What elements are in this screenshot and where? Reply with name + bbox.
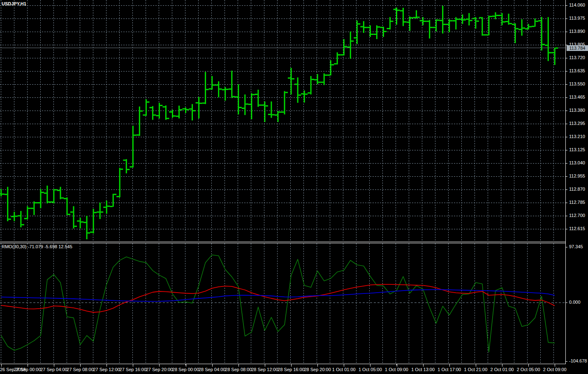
open-tick [77, 220, 80, 222]
current-price-tag: 113.784 [567, 45, 588, 51]
close-tick [94, 212, 97, 213]
open-tick [229, 88, 231, 90]
open-tick [222, 89, 225, 90]
price-axis[interactable]: 114.060113.975113.890113.805113.720113.6… [565, 0, 588, 364]
price-pane[interactable] [0, 0, 566, 242]
close-tick [28, 208, 31, 209]
ohlc-bar [198, 97, 199, 118]
open-tick [262, 104, 264, 106]
close-tick [279, 111, 282, 113]
close-tick [193, 110, 196, 111]
close-tick [265, 105, 268, 106]
ohlc-bar [508, 14, 509, 25]
close-tick [299, 95, 301, 96]
open-tick [321, 82, 324, 83]
ohlc-bar [376, 25, 377, 39]
indicator-values-label: RMO(30,30) -71.079 -5.698 12.545 [2, 244, 72, 249]
open-tick [116, 196, 119, 197]
close-tick [107, 205, 110, 207]
close-tick [239, 107, 242, 108]
price-axis-label: 113.380 [569, 108, 585, 113]
close-tick [358, 23, 361, 25]
close-tick [410, 17, 413, 18]
close-tick [305, 94, 308, 95]
price-axis-label: 113.720 [569, 55, 585, 60]
close-tick [430, 27, 433, 28]
open-tick [327, 74, 330, 76]
close-tick [470, 20, 472, 21]
price-axis-tick [566, 111, 567, 111]
close-tick [167, 118, 169, 119]
ohlc-bar [192, 104, 193, 120]
open-tick [24, 218, 27, 219]
close-tick [483, 34, 486, 35]
ohlc-bar [172, 110, 173, 118]
price-axis-tick [566, 84, 567, 85]
close-tick [8, 219, 11, 220]
close-tick [364, 27, 367, 28]
symbol-period-label: USDJPY,H1 [2, 1, 26, 6]
open-tick [440, 20, 442, 21]
ohlc-bar [429, 20, 430, 38]
ohlc-bar [264, 102, 265, 122]
time-axis-tick [528, 364, 529, 367]
open-tick [512, 24, 515, 25]
open-tick [156, 115, 159, 116]
ohlc-bar [244, 95, 245, 115]
open-tick [215, 84, 218, 85]
ohlc-bar [403, 8, 404, 26]
ohlc-bar [53, 189, 54, 203]
ohlc-bar [257, 90, 259, 107]
time-axis-tick [80, 364, 81, 367]
close-tick [74, 226, 77, 227]
open-tick [551, 52, 554, 53]
open-tick [209, 88, 212, 90]
ohlc-bar [251, 93, 252, 119]
open-tick [413, 17, 416, 18]
ohlc-bar [185, 108, 186, 113]
open-tick [268, 114, 271, 115]
ohlc-bar [238, 84, 239, 114]
price-axis-tick [566, 176, 567, 177]
close-tick [345, 46, 347, 47]
open-tick [301, 93, 304, 95]
ohlc-bar [475, 17, 476, 29]
close-tick [114, 194, 117, 195]
ohlc-bar [317, 74, 318, 84]
open-tick [499, 15, 502, 16]
close-tick [417, 17, 420, 18]
open-tick [334, 63, 337, 65]
time-axis-tick [159, 364, 160, 367]
ohlc-bar [528, 24, 529, 30]
ohlc-bar [502, 13, 503, 25]
close-tick [219, 88, 222, 90]
ohlc-bar [46, 186, 48, 203]
close-tick [536, 21, 539, 22]
signal-red-line [1, 284, 555, 312]
close-tick [15, 216, 18, 217]
open-tick [0, 193, 0, 194]
open-tick [400, 10, 403, 12]
open-tick [64, 198, 67, 199]
open-tick [97, 212, 100, 213]
ohlc-bar [291, 68, 292, 95]
close-tick [450, 20, 453, 21]
open-tick [525, 28, 528, 30]
time-axis-tick [476, 364, 476, 367]
time-axis[interactable]: 26 Sep 201827 Sep 00:0027 Sep 04:0027 Se… [0, 364, 588, 374]
ohlc-bars [0, 6, 558, 239]
open-tick [446, 24, 449, 25]
ohlc-bar [178, 106, 180, 118]
ohlc-bar [284, 91, 285, 115]
ohlc-bar [337, 52, 338, 64]
close-tick [496, 15, 499, 16]
ohlc-bar [139, 106, 140, 136]
price-chart-canvas[interactable] [0, 0, 566, 242]
close-tick [61, 197, 64, 199]
pane-separator-top[interactable] [0, 242, 588, 242]
open-tick [18, 215, 21, 217]
indicator-canvas[interactable] [0, 243, 566, 364]
open-tick [538, 20, 541, 21]
open-tick [235, 96, 238, 97]
indicator-pane[interactable] [0, 243, 566, 364]
